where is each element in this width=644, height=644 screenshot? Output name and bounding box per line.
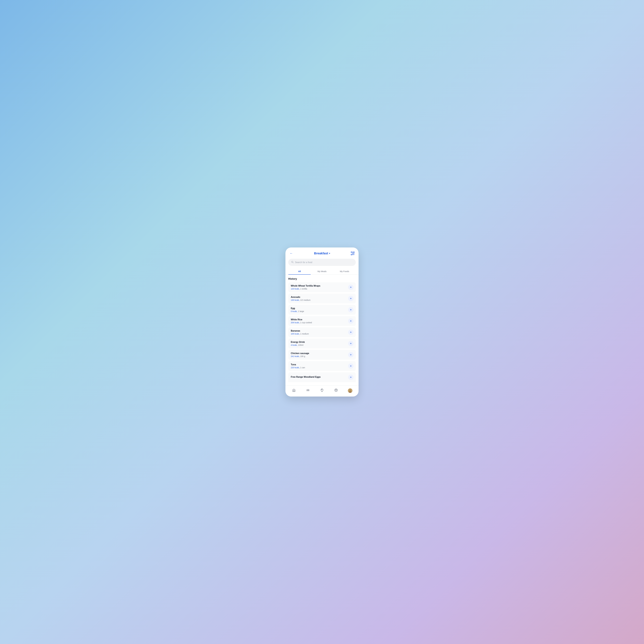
food-info: White Rice 204 kcals, 1 cup cooked — [291, 318, 348, 324]
list-item: Whole Wheat Tortilla Wraps 120 kcals, 1 … — [288, 282, 356, 292]
search-bar[interactable]: Search for a food — [288, 259, 356, 266]
food-kcals: 204 kcals, — [291, 321, 300, 324]
list-item: Chicken sausage 241 kcals, 100 g + — [288, 350, 356, 360]
list-item: White Rice 204 kcals, 1 cup cooked + — [288, 316, 356, 326]
food-info: Avocado 130 kcals, 1/2 medium — [291, 296, 348, 301]
barcode-button[interactable] — [350, 251, 355, 256]
tabs-container: All My Meals My Foods — [285, 268, 359, 275]
food-serving: 1 can — [300, 366, 305, 369]
food-list: Whole Wheat Tortilla Wraps 120 kcals, 1 … — [288, 282, 356, 382]
tab-my-meals[interactable]: My Meals — [311, 268, 333, 274]
food-meta: 220 kcals, 1 can — [291, 366, 348, 369]
nav-tracker[interactable] — [332, 388, 340, 394]
back-button[interactable]: ← — [289, 251, 294, 256]
food-serving: 1 large — [298, 310, 304, 312]
svg-point-26 — [350, 390, 350, 390]
phone-container: ← Breakfast ▾ — [285, 247, 359, 397]
bottom-nav — [285, 385, 359, 397]
svg-rect-0 — [351, 252, 352, 253]
list-item: Tuna 220 kcals, 1 can + — [288, 361, 356, 371]
add-food-button[interactable]: + — [348, 318, 353, 324]
food-name: Avocado — [291, 296, 348, 298]
food-info: Bananas 105 kcals, 1 medium — [291, 330, 348, 335]
food-meta: 0 kcals, 1 large — [291, 310, 348, 312]
meal-title-dropdown[interactable]: Breakfast ▾ — [314, 252, 330, 255]
food-name: Egg — [291, 307, 348, 310]
food-serving: 100 g — [300, 355, 305, 357]
food-info: Energy Drink 4 kcals, 100ml — [291, 341, 348, 346]
food-name: Tuna — [291, 363, 348, 366]
food-meta: 204 kcals, 1 cup cooked — [291, 321, 348, 324]
search-placeholder: Search for a food — [295, 261, 312, 264]
add-food-button[interactable]: + — [348, 341, 353, 346]
food-info: Chicken sausage 241 kcals, 100 g — [291, 352, 348, 357]
svg-line-14 — [293, 262, 293, 263]
food-kcals: 4 kcals, — [291, 344, 297, 346]
add-food-button[interactable]: + — [348, 363, 353, 369]
nav-workout[interactable] — [304, 388, 312, 394]
content-area: History Whole Wheat Tortilla Wraps 120 k… — [285, 275, 359, 385]
add-food-button[interactable]: + — [348, 375, 353, 380]
chevron-down-icon: ▾ — [329, 252, 330, 255]
food-name: Bananas — [291, 330, 348, 332]
food-serving: 1 medium — [300, 333, 309, 335]
food-serving: 1 cup cooked — [300, 321, 312, 324]
food-name: Whole Wheat Tortilla Wraps — [291, 285, 348, 287]
add-food-button[interactable]: + — [348, 330, 353, 335]
search-container: Search for a food — [285, 258, 359, 268]
food-name: White Rice — [291, 318, 348, 321]
food-meta: 241 kcals, 100 g — [291, 355, 348, 357]
food-name: Energy Drink — [291, 341, 348, 343]
meal-title-text: Breakfast — [314, 252, 328, 255]
list-item: Energy Drink 4 kcals, 100ml + — [288, 339, 356, 348]
nav-nutrition[interactable] — [318, 388, 326, 394]
tab-my-foods[interactable]: My Foods — [333, 268, 356, 274]
list-item: Free Range Woodland Eggs + — [288, 372, 356, 382]
food-info: Tuna 220 kcals, 1 can — [291, 363, 348, 369]
home-icon — [292, 389, 296, 393]
workout-icon — [306, 389, 310, 393]
nutrition-icon — [320, 389, 324, 393]
food-meta: 4 kcals, 100ml — [291, 344, 348, 346]
food-serving: 1 tortilla — [300, 288, 307, 290]
food-info: Egg 0 kcals, 1 large — [291, 307, 348, 312]
svg-rect-2 — [351, 254, 352, 255]
add-food-button[interactable]: + — [348, 285, 353, 290]
food-serving: 100ml — [298, 344, 303, 346]
food-serving: 1/2 medium — [300, 299, 310, 301]
food-kcals: 241 kcals, — [291, 355, 300, 357]
add-food-button[interactable]: + — [348, 352, 353, 357]
nav-home[interactable] — [290, 388, 298, 394]
header: ← Breakfast ▾ — [285, 247, 359, 258]
list-item: Bananas 105 kcals, 1 medium + — [288, 327, 356, 337]
svg-point-27 — [350, 390, 351, 390]
list-item: Avocado 130 kcals, 1/2 medium + — [288, 294, 356, 303]
add-food-button[interactable]: + — [348, 296, 353, 301]
food-kcals: 105 kcals, — [291, 333, 300, 335]
back-arrow-icon: ← — [290, 252, 293, 255]
list-item: Egg 0 kcals, 1 large + — [288, 305, 356, 315]
food-meta: 120 kcals, 1 tortilla — [291, 288, 348, 290]
tab-all[interactable]: All — [288, 268, 311, 274]
add-food-button[interactable]: + — [348, 307, 353, 312]
food-info: Free Range Woodland Eggs — [291, 376, 348, 379]
food-name: Free Range Woodland Eggs — [291, 376, 348, 378]
avatar — [348, 388, 352, 393]
food-kcals: 0 kcals, — [291, 310, 297, 312]
tracker-icon — [334, 389, 338, 393]
history-section-title: History — [288, 277, 356, 280]
food-meta: 130 kcals, 1/2 medium — [291, 299, 348, 301]
food-kcals: 130 kcals, — [291, 299, 300, 301]
svg-rect-1 — [353, 252, 354, 253]
nav-profile[interactable] — [346, 388, 354, 394]
food-kcals: 220 kcals, — [291, 366, 300, 369]
search-icon — [291, 261, 294, 264]
food-kcals: 120 kcals, — [291, 288, 300, 290]
food-meta: 105 kcals, 1 medium — [291, 333, 348, 335]
food-info: Whole Wheat Tortilla Wraps 120 kcals, 1 … — [291, 285, 348, 290]
food-name: Chicken sausage — [291, 352, 348, 355]
